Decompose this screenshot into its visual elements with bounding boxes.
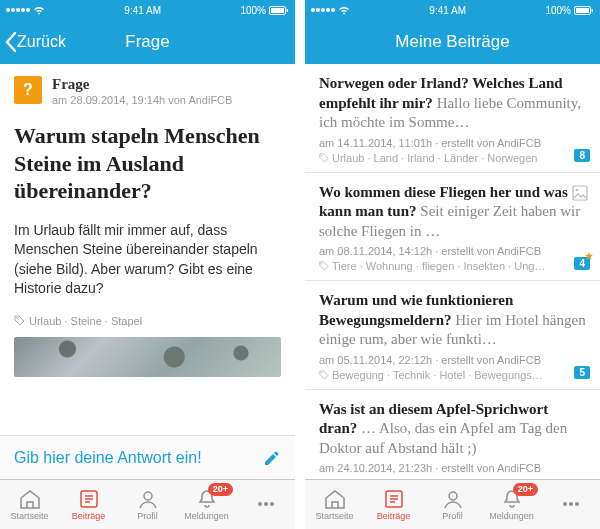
tab-label: Beiträge (377, 511, 411, 521)
tab-beitraege[interactable]: Beiträge (364, 480, 423, 529)
comment-count-badge: 4★ (574, 257, 590, 270)
list-item[interactable]: Warum und wie funktionieren Bewegungsmel… (305, 281, 600, 390)
comment-count-badge: 5 (574, 366, 590, 379)
notification-badge: 20+ (208, 483, 233, 496)
tab-label: Meldungen (184, 511, 229, 521)
notification-badge: 20+ (513, 483, 538, 496)
post-image[interactable] (14, 337, 281, 377)
tag-icon (14, 315, 25, 326)
svg-point-11 (270, 502, 274, 506)
tab-startseite[interactable]: Startseite (0, 480, 59, 529)
post-tags: Urlaub · Steine · Stapel (0, 311, 295, 337)
wifi-icon (33, 6, 45, 15)
profile-icon (136, 488, 160, 510)
svg-point-8 (144, 492, 152, 500)
post-title: Warum stapeln Menschen Steine im Ausland… (0, 114, 295, 215)
list-item-headline: Was ist an diesem Apfel-Sprichwort dran?… (319, 400, 586, 459)
svg-rect-2 (287, 9, 289, 12)
tab-bar: Startseite Beiträge Profil 20+ Meldungen (0, 479, 295, 529)
post-meta: am 28.09.2014, 19:14h von AndiFCB (52, 94, 232, 106)
svg-rect-17 (573, 186, 587, 200)
nav-title: Frage (125, 32, 169, 52)
svg-point-24 (449, 492, 457, 500)
answer-placeholder: Gib hier deine Antwort ein! (14, 449, 202, 467)
more-icon (559, 493, 583, 515)
list-item-tags: Tiere · Wohnung · fliegen · Insekten · U… (319, 260, 586, 272)
tag-icon (319, 261, 329, 271)
tab-label: Startseite (315, 511, 353, 521)
tab-label: Startseite (10, 511, 48, 521)
back-button[interactable]: Zurück (4, 31, 66, 53)
list-item-meta: am 14.11.2014, 11:01h · erstellt von And… (319, 137, 586, 149)
svg-point-27 (575, 502, 579, 506)
svg-point-26 (569, 502, 573, 506)
post-body: Im Urlaub fällt mir immer auf, dass Mens… (0, 215, 295, 311)
list-item[interactable]: Was ist an diesem Apfel-Sprichwort dran?… (305, 390, 600, 480)
svg-point-19 (321, 372, 322, 373)
star-icon: ★ (585, 251, 593, 261)
more-icon (254, 493, 278, 515)
list-item-meta: am 08.11.2014, 14:12h · erstellt von And… (319, 245, 586, 257)
svg-point-15 (321, 155, 322, 156)
content-area: ? Frage am 28.09.2014, 19:14h von AndiFC… (0, 64, 295, 435)
signal-dots-icon (311, 8, 335, 12)
phone-right: 9:41 AM 100% Meine Beiträge Norwegen ode… (305, 0, 600, 529)
tab-meldungen[interactable]: 20+ Meldungen (177, 480, 236, 529)
tab-label: Beiträge (72, 511, 106, 521)
status-battery-pct: 100% (545, 5, 571, 16)
svg-point-3 (16, 318, 18, 320)
status-bar: 9:41 AM 100% (305, 0, 600, 20)
post-tags-text: Urlaub · Steine · Stapel (29, 315, 142, 327)
tab-label: Profil (137, 511, 158, 521)
tag-icon (319, 370, 329, 380)
status-bar: 9:41 AM 100% (0, 0, 295, 20)
tab-more[interactable] (541, 480, 600, 529)
nav-title: Meine Beiträge (395, 32, 509, 52)
tab-bar: Startseite Beiträge Profil 20+ Meldungen (305, 479, 600, 529)
list-item-meta: am 05.11.2014, 22:12h · erstellt von And… (319, 354, 586, 366)
posts-icon (382, 488, 406, 510)
status-battery-pct: 100% (240, 5, 266, 16)
tab-label: Meldungen (489, 511, 534, 521)
battery-icon (574, 6, 594, 15)
nav-bar: Meine Beiträge (305, 20, 600, 64)
compose-icon (263, 449, 281, 467)
svg-rect-13 (576, 8, 589, 13)
list-item-tags: Bewegung · Technik · Hotel · Bewegungs… (319, 369, 586, 381)
posts-icon (77, 488, 101, 510)
back-label: Zurück (17, 33, 66, 51)
nav-bar: Zurück Frage (0, 20, 295, 64)
profile-icon (441, 488, 465, 510)
chevron-left-icon (4, 31, 18, 53)
post-type-label: Frage (52, 76, 232, 93)
tab-meldungen[interactable]: 20+ Meldungen (482, 480, 541, 529)
svg-rect-14 (592, 9, 594, 12)
image-type-icon (572, 185, 588, 201)
status-time: 9:41 AM (429, 5, 466, 16)
tab-profil[interactable]: Profil (118, 480, 177, 529)
comment-count-badge: 8 (574, 149, 590, 162)
list-item[interactable]: Wo kommen diese Fliegen her und was kann… (305, 173, 600, 282)
svg-point-18 (576, 188, 579, 191)
question-type-icon: ? (14, 76, 42, 104)
list-item-tags: Urlaub · Land · Irland · Länder · Norweg… (319, 152, 586, 164)
status-time: 9:41 AM (124, 5, 161, 16)
svg-point-25 (563, 502, 567, 506)
tab-label: Profil (442, 511, 463, 521)
tab-startseite[interactable]: Startseite (305, 480, 364, 529)
svg-point-16 (321, 263, 322, 264)
tab-profil[interactable]: Profil (423, 480, 482, 529)
tag-icon (319, 153, 329, 163)
list-item[interactable]: Norwegen oder Irland? Welches Land empfe… (305, 64, 600, 173)
answer-input-bar[interactable]: Gib hier deine Antwort ein! (0, 435, 295, 479)
tab-more[interactable] (236, 480, 295, 529)
home-icon (18, 488, 42, 510)
signal-dots-icon (6, 8, 30, 12)
tab-beitraege[interactable]: Beiträge (59, 480, 118, 529)
svg-point-10 (264, 502, 268, 506)
list-item-meta: am 24.10.2014, 21:23h · erstellt von And… (319, 462, 586, 474)
list-item-headline: Norwegen oder Irland? Welches Land empfe… (319, 74, 586, 133)
wifi-icon (338, 6, 350, 15)
svg-rect-1 (271, 8, 284, 13)
list-content[interactable]: Norwegen oder Irland? Welches Land empfe… (305, 64, 600, 479)
